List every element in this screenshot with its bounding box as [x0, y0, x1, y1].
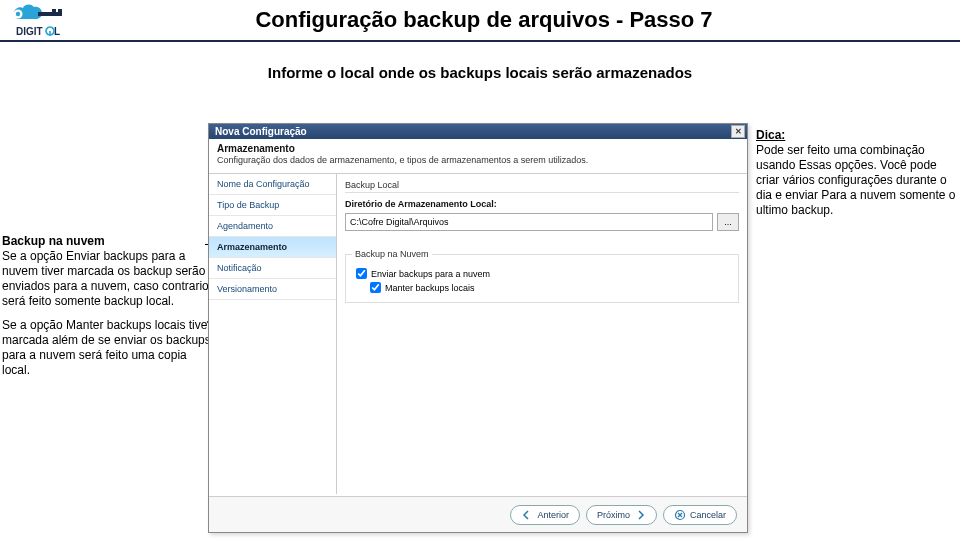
group-local-label: Backup Local [345, 180, 739, 193]
step-schedule[interactable]: Agendamento [209, 216, 336, 237]
note-heading: Dica: [756, 128, 785, 142]
dialog-subheader: Armazenamento Configuração dos dados de … [209, 139, 747, 174]
arrow-right-icon [634, 509, 646, 521]
note-body: Se a opção Enviar backups para a nuvem t… [2, 249, 209, 308]
dialog-title: Nova Configuração [215, 126, 307, 137]
cancel-button-label: Cancelar [690, 510, 726, 520]
arrow-left-icon [521, 509, 533, 521]
checkbox-keep-local-label: Manter backups locais [385, 283, 475, 293]
dialog-title-bar: Nova Configuração ✕ [209, 124, 747, 139]
cancel-button[interactable]: Cancelar [663, 505, 737, 525]
group-cloud-label: Backup na Nuvem [352, 249, 432, 259]
logo: DIGIT L [8, 1, 78, 39]
note-body: Se a opção Manter backups locais tiver m… [2, 318, 211, 377]
dialog-main: Backup Local Diretório de Armazenamento … [337, 174, 747, 494]
config-dialog: Nova Configuração ✕ Armazenamento Config… [208, 123, 748, 533]
svg-rect-2 [38, 12, 62, 16]
step-type[interactable]: Tipo de Backup [209, 195, 336, 216]
svg-point-1 [16, 12, 20, 16]
browse-button[interactable]: ... [717, 213, 739, 231]
section-title: Armazenamento [217, 143, 739, 154]
checkbox-send-cloud[interactable] [356, 268, 367, 279]
cancel-icon [674, 509, 686, 521]
wizard-steps: Nome da Configuração Tipo de Backup Agen… [209, 174, 337, 494]
step-storage[interactable]: Armazenamento [209, 237, 336, 258]
step-notification[interactable]: Notificação [209, 258, 336, 279]
group-cloud: Backup na Nuvem Enviar backups para a nu… [345, 249, 739, 303]
close-button[interactable]: ✕ [731, 125, 745, 138]
checkbox-send-cloud-label: Enviar backups para a nuvem [371, 269, 490, 279]
next-button-label: Próximo [597, 510, 630, 520]
local-dir-input[interactable] [345, 213, 713, 231]
svg-rect-4 [52, 9, 56, 12]
note-body: Pode ser feito uma combinação usando Ess… [756, 143, 955, 217]
local-dir-label: Diretório de Armazenamento Local: [345, 199, 739, 209]
back-button-label: Anterior [537, 510, 569, 520]
svg-text:L: L [54, 26, 60, 37]
svg-text:DIGIT: DIGIT [16, 26, 43, 37]
page-subtitle: Informe o local onde os backups locais s… [0, 64, 960, 81]
note-tip: Dica: Pode ser feito uma combinação usan… [756, 128, 958, 218]
page-title: Configuração backup de arquivos - Passo … [78, 7, 890, 33]
checkbox-keep-local[interactable] [370, 282, 381, 293]
next-button[interactable]: Próximo [586, 505, 657, 525]
note-heading: Backup na nuvem [2, 234, 105, 248]
title-bar: DIGIT L Configuração backup de arquivos … [0, 0, 960, 42]
back-button[interactable]: Anterior [510, 505, 580, 525]
note-keep-local: Se a opção Manter backups locais tiver m… [2, 318, 212, 378]
step-name[interactable]: Nome da Configuração [209, 174, 336, 195]
step-versioning[interactable]: Versionamento [209, 279, 336, 300]
note-cloud-backup: Backup na nuvem Se a opção Enviar backup… [2, 234, 210, 309]
svg-rect-3 [58, 9, 62, 12]
dialog-footer: Anterior Próximo Cancelar [209, 496, 747, 532]
section-description: Configuração dos dados de armazenamento,… [217, 155, 739, 165]
close-icon: ✕ [735, 127, 742, 136]
